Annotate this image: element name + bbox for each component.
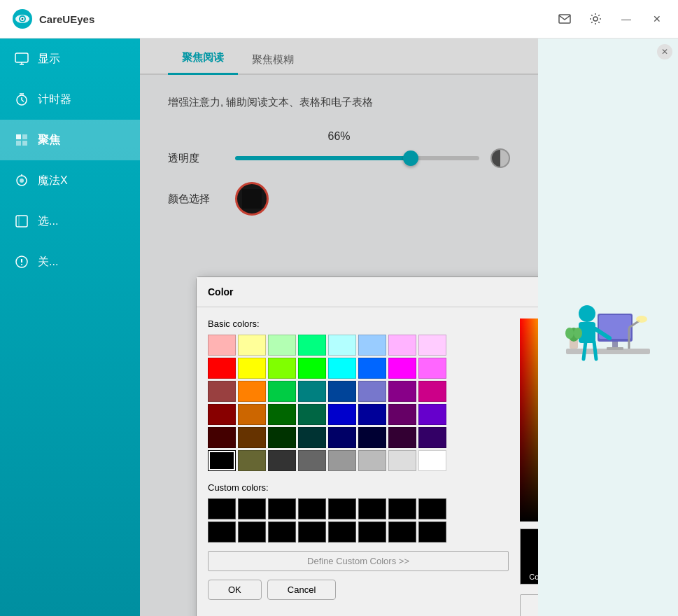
basic-color-cell[interactable] <box>328 450 356 471</box>
basic-color-cell[interactable] <box>238 404 266 425</box>
custom-color-cell[interactable] <box>298 498 326 519</box>
basic-color-cell[interactable] <box>358 404 386 425</box>
define-custom-colors-button[interactable]: Define Custom Colors >> <box>208 551 509 571</box>
basic-color-cell[interactable] <box>388 404 416 425</box>
color-spectrum[interactable] <box>520 318 538 522</box>
custom-color-cell[interactable] <box>328 498 356 519</box>
email-button[interactable] <box>555 9 574 29</box>
dialog-action-buttons: OK Cancel <box>208 580 509 600</box>
sidebar-item-display[interactable]: 显示 <box>0 38 140 79</box>
sidebar-item-close[interactable]: 关... <box>0 241 140 282</box>
svg-rect-14 <box>16 134 21 139</box>
custom-color-cell[interactable] <box>268 498 296 519</box>
basic-color-cell[interactable] <box>418 450 446 471</box>
custom-color-cell[interactable] <box>418 522 446 542</box>
custom-color-cell[interactable] <box>208 498 236 519</box>
basic-color-cell[interactable] <box>238 381 266 402</box>
basic-color-cell[interactable] <box>208 450 236 471</box>
basic-color-cell[interactable] <box>268 358 296 379</box>
cancel-button[interactable]: Cancel <box>267 580 336 600</box>
basic-color-cell[interactable] <box>298 427 326 448</box>
basic-color-cell[interactable] <box>268 335 296 356</box>
timer-label: 计时器 <box>38 92 71 107</box>
sidebar-item-focus[interactable]: 聚焦 <box>0 120 140 160</box>
dialog-overlay: Color ✕ Basic colors: <box>140 38 538 616</box>
custom-color-cell[interactable] <box>238 498 266 519</box>
basic-color-cell[interactable] <box>328 427 356 448</box>
basic-color-cell[interactable] <box>208 381 236 402</box>
basic-color-cell[interactable] <box>358 335 386 356</box>
basic-color-cell[interactable] <box>208 427 236 448</box>
svg-rect-7 <box>15 53 28 62</box>
basic-color-cell[interactable] <box>298 404 326 425</box>
svg-rect-17 <box>22 141 27 146</box>
basic-color-cell[interactable] <box>328 358 356 379</box>
basic-color-cell[interactable] <box>238 427 266 448</box>
basic-color-cell[interactable] <box>298 381 326 402</box>
basic-color-cell[interactable] <box>358 381 386 402</box>
focus-icon <box>14 132 29 148</box>
custom-color-cell[interactable] <box>268 522 296 542</box>
basic-color-cell[interactable] <box>418 381 446 402</box>
right-panel-close[interactable]: ✕ <box>657 44 672 59</box>
illustration <box>559 272 657 384</box>
focus-label: 聚焦 <box>38 133 60 148</box>
basic-color-cell[interactable] <box>298 450 326 471</box>
add-to-custom-colors-button[interactable]: Add to Custom Colors <box>520 594 538 616</box>
magic-label: 魔法X <box>38 174 68 188</box>
logo-icon <box>11 8 34 30</box>
custom-color-cell[interactable] <box>358 522 386 542</box>
basic-color-cell[interactable] <box>238 358 266 379</box>
basic-colors-label: Basic colors: <box>208 318 509 329</box>
custom-color-cell[interactable] <box>418 498 446 519</box>
basic-color-cell[interactable] <box>328 381 356 402</box>
ok-button[interactable]: OK <box>208 580 262 600</box>
sidebar-item-timer[interactable]: 计时器 <box>0 79 140 120</box>
basic-color-cell[interactable] <box>268 450 296 471</box>
svg-point-41 <box>565 328 574 339</box>
custom-color-cell[interactable] <box>208 522 236 542</box>
custom-color-cell[interactable] <box>358 498 386 519</box>
custom-color-cell[interactable] <box>388 498 416 519</box>
basic-color-cell[interactable] <box>208 335 236 356</box>
settings-button[interactable] <box>586 9 605 29</box>
custom-color-cell[interactable] <box>238 522 266 542</box>
basic-color-cell[interactable] <box>328 404 356 425</box>
display-icon <box>14 51 29 66</box>
basic-color-cell[interactable] <box>388 358 416 379</box>
spectrum-canvas[interactable] <box>520 318 538 522</box>
basic-color-cell[interactable] <box>208 358 236 379</box>
sidebar-item-magic[interactable]: 魔法X <box>0 160 140 201</box>
sidebar-item-select[interactable]: 选... <box>0 201 140 241</box>
basic-color-cell[interactable] <box>238 450 266 471</box>
basic-color-cell[interactable] <box>268 404 296 425</box>
basic-color-cell[interactable] <box>388 381 416 402</box>
basic-color-cell[interactable] <box>388 335 416 356</box>
custom-color-cell[interactable] <box>328 522 356 542</box>
basic-color-cell[interactable] <box>208 404 236 425</box>
basic-color-cell[interactable] <box>388 427 416 448</box>
svg-line-35 <box>594 342 596 359</box>
basic-color-cell[interactable] <box>388 450 416 471</box>
sidebar: 显示 计时器 <box>0 38 140 616</box>
custom-color-cell[interactable] <box>298 522 326 542</box>
main-content: 显示 计时器 <box>0 38 678 616</box>
close-button[interactable]: ✕ <box>647 9 667 29</box>
custom-color-cell[interactable] <box>388 522 416 542</box>
basic-color-cell[interactable] <box>358 427 386 448</box>
basic-color-cell[interactable] <box>418 358 446 379</box>
basic-color-cell[interactable] <box>298 358 326 379</box>
basic-color-cell[interactable] <box>358 358 386 379</box>
basic-color-cell[interactable] <box>268 427 296 448</box>
basic-color-cell[interactable] <box>418 335 446 356</box>
basic-color-cell[interactable] <box>418 427 446 448</box>
basic-color-cell[interactable] <box>328 335 356 356</box>
color-dialog: Color ✕ Basic colors: <box>196 276 538 616</box>
basic-color-cell[interactable] <box>268 381 296 402</box>
basic-color-cell[interactable] <box>358 450 386 471</box>
minimize-button[interactable]: — <box>616 9 636 29</box>
basic-color-cell[interactable] <box>238 335 266 356</box>
basic-color-cell[interactable] <box>298 335 326 356</box>
basic-color-cell[interactable] <box>418 404 446 425</box>
dialog-title: Color <box>208 286 234 298</box>
